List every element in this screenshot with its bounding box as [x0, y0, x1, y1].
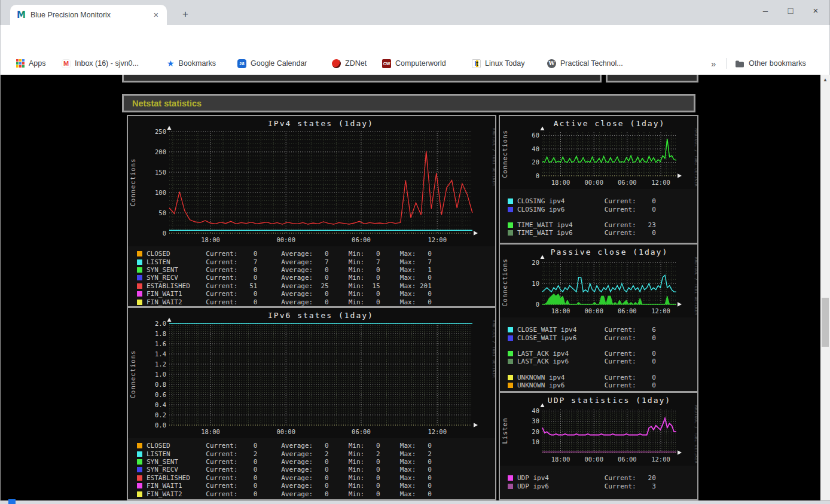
svg-text:00:00: 00:00	[584, 307, 603, 314]
minimize-button[interactable]: –	[758, 4, 773, 19]
svg-text:10: 10	[532, 438, 539, 445]
legend-group: UNKNOWN ipv4 Current: 0UNKNOWN ipv6 Curr…	[508, 374, 697, 390]
netstat-left-column: 18:0000:0006:0012:00050100150200250IPv4 …	[127, 115, 496, 500]
active-close-graph: 18:0000:0006:0012:000204060Active close …	[500, 116, 697, 189]
wordpress-icon: W	[547, 59, 556, 68]
svg-text:1.4: 1.4	[155, 350, 166, 358]
active-close-panel: 18:0000:0006:0012:000204060Active close …	[500, 116, 697, 243]
svg-text:20: 20	[532, 259, 539, 266]
star-icon: ★	[167, 59, 175, 68]
linux-today-icon: lt	[472, 59, 481, 68]
svg-text:1.2: 1.2	[155, 361, 166, 368]
svg-text:250: 250	[155, 128, 166, 135]
svg-text:0.0: 0.0	[155, 421, 166, 429]
previous-section-edge	[122, 75, 602, 83]
legend-row: SYN_RECV Current: 0 Average: 0 Min: 0 Ma…	[137, 466, 495, 474]
svg-text:0: 0	[163, 230, 166, 237]
legend-swatch	[508, 222, 513, 228]
legend-row: UDP ipv4 Current: 20	[508, 474, 697, 482]
legend-row: TIME_WAIT ipv4 Current: 23	[508, 221, 697, 229]
legend-row: TIME_WAIT ipv6 Current: 0	[508, 229, 697, 237]
legend-swatch	[137, 251, 142, 256]
legend-swatch	[137, 483, 142, 488]
legend-row: FIN_WAIT1 Current: 0 Average: 0 Min: 0 M…	[137, 290, 495, 298]
bookmark-bookmarks[interactable]: ★ Bookmarks	[167, 56, 216, 71]
ipv4-states-panel: 18:0000:0006:0012:00050100150200250IPv4 …	[128, 116, 495, 306]
legend-row: LISTEN Current: 7 Average: 7 Min: 7 Max:…	[137, 258, 495, 265]
other-bookmarks-folder[interactable]: Other bookmarks	[735, 56, 806, 71]
legend-swatch	[508, 359, 513, 364]
scrollbar-thumb[interactable]	[822, 298, 829, 347]
ipv4-states-graph: 18:0000:0006:0012:00050100150200250IPv4 …	[128, 116, 495, 246]
legend-swatch	[137, 451, 142, 457]
legend-swatch	[508, 351, 513, 356]
svg-text:0.8: 0.8	[155, 381, 166, 388]
legend-swatch	[137, 491, 142, 497]
legend-group: UDP ipv4 Current: 20UDP ipv6 Current: 3	[508, 474, 697, 490]
tab-close-icon[interactable]: ×	[151, 10, 161, 20]
svg-text:150: 150	[155, 169, 166, 176]
legend-swatch	[137, 267, 142, 273]
legend-group: TIME_WAIT ipv4 Current: 23TIME_WAIT ipv6…	[508, 221, 697, 237]
legend-row: UNKNOWN ipv4 Current: 0	[508, 374, 697, 381]
svg-text:Connections: Connections	[129, 350, 136, 399]
window-controls: – □ ×	[758, 4, 823, 19]
svg-text:12:00: 12:00	[428, 236, 447, 243]
bookmark-google-calendar[interactable]: 28 Google Calendar	[237, 56, 307, 71]
svg-text:Listen: Listen	[501, 418, 508, 444]
scrollbar-up-arrow[interactable]: ▲	[822, 77, 829, 84]
bookmark-linux-today[interactable]: lt Linux Today	[472, 56, 525, 71]
bookmark-practical-tech[interactable]: W Practical Technol...	[547, 56, 623, 71]
bookmark-inbox[interactable]: M Inbox (16) - sjvn0...	[62, 56, 139, 71]
bookmark-zdnet[interactable]: ZDNet	[332, 56, 367, 71]
svg-text:1.8: 1.8	[155, 330, 166, 337]
svg-text:18:00: 18:00	[551, 307, 570, 314]
legend-group: LAST_ACK ipv4 Current: 0LAST_ACK ipv6 Cu…	[508, 350, 697, 366]
legend-swatch	[137, 475, 142, 481]
maximize-button[interactable]: □	[783, 4, 798, 19]
bookmarks-bar: Apps M Inbox (16) - sjvn0... ★ Bookmarks…	[0, 53, 830, 75]
svg-text:Connections: Connections	[129, 158, 136, 207]
legend-row: LAST_ACK ipv6 Current: 0	[508, 358, 697, 365]
passive-close-graph: 18:0000:0006:0012:0001020Passive close (…	[500, 245, 697, 317]
svg-text:1.0: 1.0	[155, 371, 166, 378]
svg-text:UDP statistics (1day): UDP statistics (1day)	[548, 396, 671, 405]
svg-text:60: 60	[532, 132, 539, 139]
legend-row: LISTEN Current: 2 Average: 2 Min: 2 Max:…	[137, 450, 495, 457]
page-content: Netstat statistics 18:0000:0006:0012:000…	[0, 75, 830, 500]
gmail-icon: M	[62, 59, 71, 68]
passive-close-panel: 18:0000:0006:0012:0001020Passive close (…	[500, 243, 697, 391]
bookmarks-overflow-chevron[interactable]: »	[711, 56, 716, 71]
legend-swatch	[137, 291, 142, 297]
svg-text:0.6: 0.6	[155, 391, 166, 398]
computerworld-icon: CW	[382, 59, 391, 68]
svg-text:10: 10	[532, 280, 539, 287]
svg-text:40: 40	[532, 407, 539, 414]
apps-shortcut[interactable]: Apps	[16, 56, 46, 71]
page-scrollbar[interactable]: ▲	[820, 75, 830, 500]
svg-text:200: 200	[155, 148, 166, 155]
legend-row: FIN_WAIT2 Current: 0 Average: 0 Min: 0 M…	[137, 298, 495, 306]
legend-row: SYN_RECV Current: 0 Average: 0 Min: 0 Ma…	[137, 274, 495, 282]
browser-window: M Blue Precision Monitorix × + – □ × ← →…	[0, 0, 830, 504]
svg-text:18:00: 18:00	[201, 428, 220, 435]
svg-text:20: 20	[532, 428, 539, 435]
calendar-icon: 28	[237, 59, 246, 68]
legend-row: CLOSED Current: 0 Average: 0 Min: 0 Max:…	[137, 250, 495, 258]
browser-tab[interactable]: M Blue Precision Monitorix ×	[10, 5, 167, 25]
svg-text:00:00: 00:00	[584, 456, 603, 463]
svg-text:12:00: 12:00	[651, 307, 670, 314]
bookmark-computerworld[interactable]: CW Computerworld	[382, 56, 446, 71]
legend-swatch	[508, 198, 513, 204]
svg-text:Connections: Connections	[501, 258, 508, 307]
legend-row: CLOSE_WAIT ipv6 Current: 0	[508, 334, 697, 341]
legend-row: UNKNOWN ipv6 Current: 0	[508, 381, 697, 389]
close-button[interactable]: ×	[808, 4, 823, 19]
ipv6-states-graph: 18:0000:0006:0012:000.00.20.40.60.81.01.…	[128, 308, 495, 438]
legend-swatch	[508, 207, 513, 212]
svg-text:00:00: 00:00	[276, 236, 295, 243]
title-bar: M Blue Precision Monitorix × + – □ ×	[0, 0, 830, 25]
svg-text:0: 0	[536, 301, 539, 308]
new-tab-button[interactable]: +	[178, 7, 193, 23]
netstat-right-column: 18:0000:0006:0012:000204060Active close …	[499, 115, 698, 500]
